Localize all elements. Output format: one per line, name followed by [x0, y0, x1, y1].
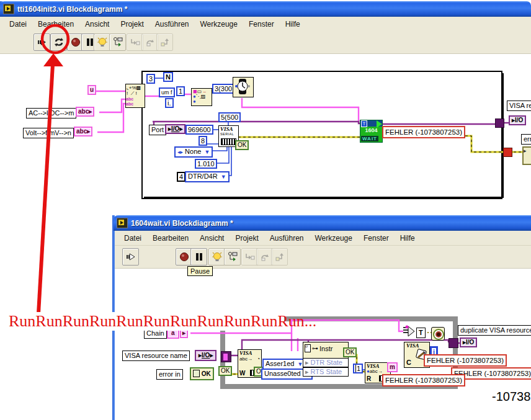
run-continuously-button[interactable]: [50, 34, 67, 51]
serial-word: SERIAL: [219, 132, 238, 136]
i-box[interactable]: i.: [165, 98, 174, 108]
step-out-button[interactable]: [271, 248, 288, 266]
asserted-text: Asser1ed: [266, 360, 294, 367]
duplicate-visa-label: duplicate VISA resource na: [458, 325, 531, 336]
n3-constant[interactable]: 3: [146, 74, 155, 84]
document-icon: ⁉: [305, 344, 311, 352]
error-tunnel-ok: OK: [218, 366, 232, 376]
c-letter: C: [406, 359, 411, 366]
rts-state-row[interactable]: ▸ RTS State: [303, 367, 349, 377]
partial-error-number: -10738: [492, 390, 530, 404]
menu-projekt[interactable]: Projekt: [115, 18, 149, 30]
error-out-indicator[interactable]: ▸: [522, 146, 531, 165]
port-io-constant[interactable]: ▸I/O▸: [165, 124, 185, 134]
visa-resource-name-label: VISA resource name: [122, 351, 190, 361]
rts-state-text: RTS State: [311, 368, 342, 375]
menubar-top: Datei Bearbeiten Ansicht Projekt Ausführ…: [0, 17, 531, 32]
t-constant[interactable]: T: [416, 328, 426, 338]
error-in-cluster[interactable]: OK: [190, 367, 214, 380]
menu-bearbeiten[interactable]: Bearbeiten: [147, 232, 194, 244]
abc-string-constant-1[interactable]: abc▸: [76, 107, 94, 117]
trim-box[interactable]: um f: [159, 87, 175, 97]
run-button[interactable]: [33, 34, 50, 51]
menu-fenster[interactable]: Fenster: [243, 18, 280, 30]
wire-values-icon: [227, 251, 238, 262]
parity-enum[interactable]: ◂▸ None ▼: [174, 146, 213, 158]
wait-ms-node[interactable]: [233, 77, 254, 97]
abc-string-constant-2[interactable]: abc▸: [74, 127, 92, 136]
serial-grid-chip: [221, 138, 236, 145]
wait-1604-text: 1604: [360, 127, 382, 133]
highlight-execution-button[interactable]: [208, 248, 225, 266]
r-letter: R: [367, 375, 371, 382]
wait-t-constant: T: [361, 120, 367, 127]
key-icon: ⊶: [312, 345, 318, 352]
one-box[interactable]: 1: [176, 86, 185, 96]
stop-icon: [71, 37, 81, 47]
row-arrow: ▸: [305, 359, 309, 366]
menu-bearbeiten[interactable]: Bearbeiten: [32, 18, 79, 30]
dtr-state-row[interactable]: ▸ DTR State: [303, 358, 349, 367]
menu-projekt[interactable]: Projekt: [230, 232, 264, 244]
menu-fenster[interactable]: Fenster: [358, 232, 395, 244]
titlebar-top[interactable]: tti1604init3.vi Blockdiagramm *: [0, 1, 531, 17]
menu-ansicht[interactable]: Ansicht: [79, 18, 115, 30]
stopbits-constant[interactable]: 1.010: [195, 159, 217, 169]
flow-control-enum[interactable]: DTR/D4R ▼: [185, 171, 230, 182]
menu-hilfe[interactable]: Hilfe: [280, 18, 306, 30]
timeout-constant[interactable]: 5(500: [218, 112, 241, 122]
visa-word: VISA: [219, 126, 238, 132]
menu-ansicht[interactable]: Ansicht: [194, 232, 230, 244]
retain-wire-values-button[interactable]: [224, 248, 241, 266]
parity-text: None: [185, 148, 201, 155]
step-into-button[interactable]: [127, 34, 143, 51]
subvi-1604-wait[interactable]: T 1604 WAIT: [360, 120, 383, 143]
one-constant[interactable]: 1: [353, 364, 363, 373]
visa-resource-name-terminal[interactable]: ▸I/O▸: [195, 350, 216, 361]
titlebar-bottom[interactable]: 1604wait.vi Blockdiagramm *: [114, 215, 531, 231]
format-into-string-node[interactable]: ⌞+%▩! ⟋ ! abcabc: [125, 84, 145, 108]
run-annotation-text: RunRunRunRunRunRunRunRunRunRunRun...: [9, 312, 284, 331]
flow-number-constant[interactable]: 4: [177, 172, 185, 182]
step-into-icon: [245, 252, 255, 262]
menu-ausfuehren[interactable]: Ausführen: [149, 18, 195, 30]
stop-terminal[interactable]: [431, 327, 445, 341]
pause-button[interactable]: [190, 248, 207, 266]
retain-wire-values-button[interactable]: [109, 34, 126, 51]
baud-constant[interactable]: 969600: [185, 125, 213, 135]
loop-count-terminal[interactable]: N: [163, 72, 173, 82]
pink-tunnel-left: [223, 354, 228, 360]
menu-hilfe[interactable]: Hilfe: [395, 232, 421, 244]
io-text: I/O: [515, 117, 523, 123]
instr-property-node-header[interactable]: ⁉ ⊶ Instr: [303, 342, 349, 359]
stop-button[interactable]: [176, 248, 192, 266]
menu-datei[interactable]: Datei: [4, 18, 32, 30]
io-text: I/O: [171, 125, 179, 132]
visa-resource-out-label: VISA res: [507, 101, 531, 111]
menu-datei[interactable]: Datei: [118, 232, 147, 244]
step-into-button[interactable]: [241, 248, 258, 266]
highlight-execution-button[interactable]: [94, 34, 110, 51]
wait-ms-constant[interactable]: 3(300: [212, 84, 234, 94]
run-button[interactable]: [122, 248, 139, 266]
menu-ausfuehren[interactable]: Ausführen: [264, 232, 310, 244]
visa-resource-out-indicator[interactable]: ▸I/O: [509, 115, 526, 125]
step-over-button[interactable]: [256, 248, 273, 266]
databits-constant[interactable]: 8: [199, 136, 207, 146]
duplicate-visa-indicator[interactable]: ▸I/O: [460, 337, 477, 347]
menu-werkzeuge[interactable]: Werkzeuge: [309, 232, 357, 244]
string-arrow: ▸: [179, 125, 182, 132]
search-replace-string-node[interactable]: ◼▭ –●⋱▨●: [191, 88, 212, 106]
u-constant[interactable]: u: [87, 85, 96, 95]
step-over-button[interactable]: [141, 34, 158, 51]
abc-text: abc: [239, 356, 248, 362]
run-icon: [126, 252, 136, 262]
step-out-icon: [160, 37, 170, 47]
select-node[interactable]: [402, 325, 417, 339]
menubar-bottom: Datei Bearbeiten Ansicht Projekt Ausführ…: [115, 231, 531, 246]
volt-mv-label: Volt-->f mV-->n: [23, 128, 74, 138]
menu-werkzeuge[interactable]: Werkzeuge: [194, 18, 243, 30]
stop-icon: [179, 252, 189, 262]
step-out-button[interactable]: [156, 34, 173, 51]
clock-icon: [233, 78, 252, 96]
